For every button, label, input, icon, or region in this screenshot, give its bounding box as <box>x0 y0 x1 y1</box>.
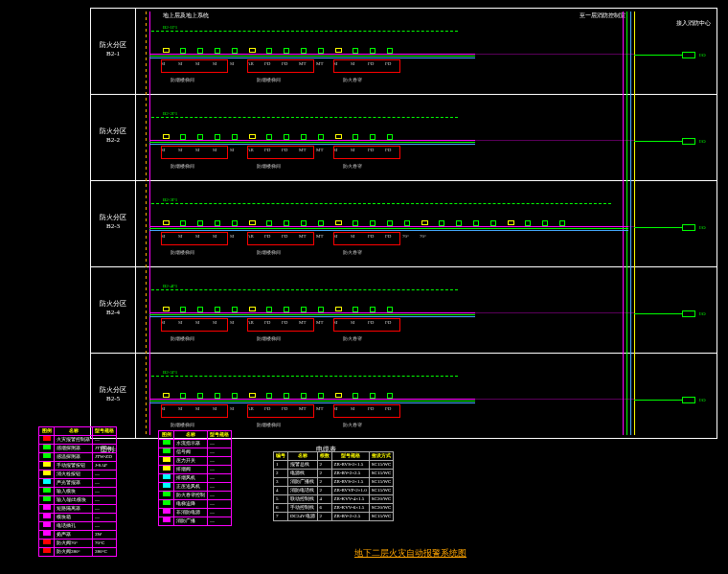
right-io-tag: I/O <box>699 311 706 316</box>
device-tag: MT <box>316 148 324 152</box>
zone-label: 防火分区B2-5 <box>90 386 136 403</box>
device-tag: MT <box>316 320 324 325</box>
legend-row: 防火阀280°280°C <box>39 548 117 557</box>
legend-icon <box>39 488 55 496</box>
cable-row: 6手动控制线6ZR-KVV-6×1.5SC20/WC <box>274 504 394 513</box>
legend-name: 防火阀280° <box>55 548 93 557</box>
header-left-text: 地上层及地上系统 <box>163 11 209 20</box>
sub-system-box <box>333 232 400 245</box>
device-symbol <box>508 220 514 225</box>
sub-system-tag: 防烟楼梯间 <box>171 249 194 255</box>
legend-header: 型号规格 <box>93 427 117 436</box>
sub-system-box <box>247 146 314 159</box>
cable-lay: SC15/WC <box>369 461 394 470</box>
legend-row: 电话插孔— <box>39 522 117 531</box>
legend-name: 排烟阀 <box>174 466 208 474</box>
zone-tie-line <box>149 140 634 141</box>
device-tag: SI <box>230 148 234 152</box>
legend-name: 输入/输出模块 <box>55 496 93 505</box>
cable-table: 编号名称根数型号规格敷设方式1报警总线2ZR-RVS-2×1.5SC15/WC2… <box>273 451 394 521</box>
sub-system-tag: 防烟楼梯间 <box>257 422 281 427</box>
legend-row: 防火卷帘控制— <box>159 492 232 500</box>
cable-header: 型号规格 <box>331 452 369 461</box>
cable-name: 联动控制线 <box>288 495 318 504</box>
legend-icon <box>39 514 55 522</box>
legend-icon <box>159 509 174 517</box>
legend-spec: — <box>208 474 232 483</box>
legend-name: 扬声器 <box>55 531 93 540</box>
zone-tie-line <box>149 399 634 400</box>
legend-icon <box>39 462 55 471</box>
right-io-wire <box>634 55 682 56</box>
legend-name: 防火卷帘控制 <box>174 492 208 500</box>
legend-icon <box>39 548 55 557</box>
cable-qty: 2 <box>317 461 331 470</box>
legend-name: 非消防电源 <box>174 509 208 517</box>
cable-name: 消防广播线 <box>288 478 318 487</box>
zone-bus-grn <box>149 56 475 57</box>
sub-system-box <box>247 318 314 332</box>
legend-name: 正压送风机 <box>174 483 208 492</box>
legend-icon <box>39 540 55 548</box>
sub-system-tag: 防烟楼梯间 <box>257 163 281 169</box>
legend-spec: — <box>93 471 117 479</box>
cable-spec: ZR-KVV-4×1.5 <box>331 495 369 504</box>
legend-icon <box>39 471 55 479</box>
zone-ctrl-line <box>151 31 458 32</box>
cable-no: 1 <box>274 461 288 470</box>
sub-system-box <box>247 232 314 245</box>
zone-tie-line <box>149 54 634 55</box>
zone-bus-grn <box>149 401 475 402</box>
legend-row: 手动报警按钮J-SAP <box>39 462 117 471</box>
device-symbol <box>335 393 342 398</box>
legend-icon <box>159 517 174 526</box>
right-io-module <box>682 310 695 317</box>
zone-bus-grn <box>149 142 475 143</box>
cable-spec: ZR-RVS-2×1.5 <box>331 478 369 487</box>
device-symbol <box>249 134 256 139</box>
legend-row: 扬声器3W <box>39 531 117 540</box>
cable-lay: SC20/WC <box>369 495 394 504</box>
riser-r3 <box>630 11 631 435</box>
legend-row: 消防广播— <box>159 517 232 526</box>
device-symbol <box>163 220 170 225</box>
legend-icon <box>159 457 174 466</box>
legend-icon <box>159 474 174 483</box>
cable-name: DC24V电源 <box>288 513 318 521</box>
legend-spec: 3W <box>93 531 117 540</box>
cable-header: 根数 <box>317 452 331 461</box>
legend-row: 信号阀— <box>159 448 232 457</box>
legend-name: 压力开关 <box>174 457 208 466</box>
sub-system-box <box>247 404 314 418</box>
sub-system-tag: 防火卷帘 <box>343 163 362 169</box>
zone-box-tag: B2-3F1 <box>163 197 177 202</box>
legend-spec: — <box>208 483 232 492</box>
legend-icon <box>39 445 55 453</box>
legend-spec: JTY-GD <box>93 445 117 453</box>
legend-spec: — <box>208 466 232 474</box>
legend-spec: — <box>208 517 232 526</box>
zone-bus-blu <box>149 230 628 231</box>
cable-name: 消防电话线 <box>288 487 318 495</box>
legend-header: 名称 <box>174 431 208 440</box>
riser-r4 <box>634 11 635 435</box>
legend-spec: JTW-ZD <box>93 453 117 462</box>
device-symbol <box>163 134 170 139</box>
right-io-module <box>682 224 695 231</box>
cable-spec: ZR-BV-2×2.5 <box>331 513 369 521</box>
right-io-wire <box>634 313 682 314</box>
device-symbol <box>335 134 342 139</box>
sub-system-box <box>333 146 400 159</box>
legend-row: 感烟探测器JTY-GD <box>39 445 117 453</box>
legend-spec: 280°C <box>93 548 117 557</box>
cable-qty: 4 <box>317 495 331 504</box>
device-tag: 70° <box>420 234 426 239</box>
cable-header: 敷设方式 <box>369 452 394 461</box>
right-io-wire <box>634 227 682 228</box>
zone-label: 防火分区B2-2 <box>90 127 136 145</box>
legend-icon <box>39 522 55 531</box>
legend-icon <box>159 440 174 448</box>
cable-lay: SC15/WC <box>369 478 394 487</box>
legend-row: 防火阀70°70°C <box>39 540 117 548</box>
cable-lay: SC20/WC <box>369 504 394 513</box>
